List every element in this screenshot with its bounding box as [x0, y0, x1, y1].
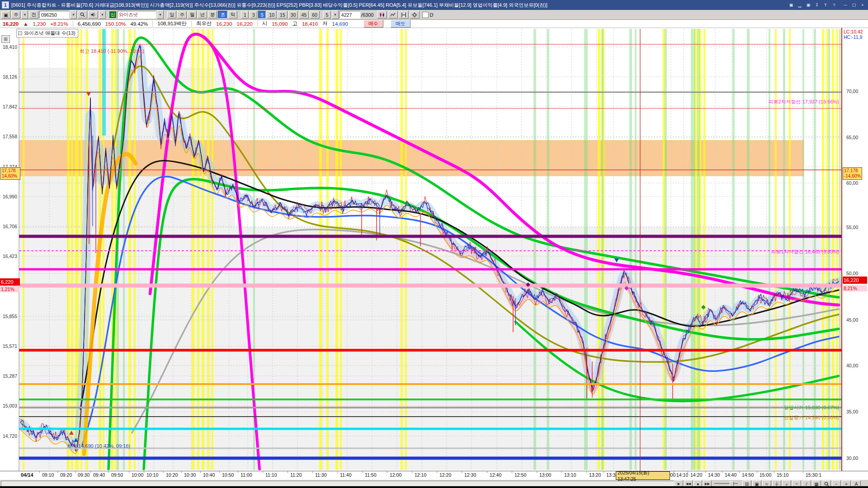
d-checkbox[interactable]	[422, 12, 429, 18]
new-stock-badge: 신	[109, 11, 116, 18]
time-tick	[39, 471, 40, 473]
bar-count-input[interactable]: 4227	[340, 11, 360, 19]
green-highlight-stripe	[635, 29, 637, 470]
restore-button[interactable]: ▢	[850, 2, 858, 8]
stock-code-input[interactable]: 096250	[39, 11, 69, 19]
week-combo[interactable]: 주	[11, 11, 21, 19]
window-mode-button[interactable]: ▣	[1, 11, 10, 19]
info-value-7: 49.42%	[130, 21, 148, 27]
time-tick	[181, 471, 182, 473]
yellow-highlight-stripe	[23, 29, 24, 470]
info-value-0: 16,220	[3, 21, 19, 27]
help-icon[interactable]: ?	[830, 2, 838, 8]
period-button-2[interactable]: 월	[188, 11, 197, 19]
time-label: 10:10	[146, 472, 158, 478]
chart-annotation-0: 최고 18,410 (-11.90%, 10:01)	[80, 48, 144, 55]
cascade-icon[interactable]: ▣	[788, 2, 795, 8]
time-tick	[219, 471, 220, 473]
interval-button-2[interactable]: 5	[258, 11, 266, 19]
interval-button-4[interactable]: 15	[278, 11, 288, 19]
search-button[interactable]	[78, 11, 87, 19]
time-tick	[163, 471, 164, 473]
minimize-button[interactable]: ─	[842, 2, 849, 8]
left-axis-price-label: 15,571	[1, 343, 17, 349]
info-value-18: 18,410	[302, 21, 318, 27]
sound-button[interactable]	[88, 11, 98, 19]
time-label: 11:00	[241, 472, 252, 478]
settings-button[interactable]	[410, 11, 420, 19]
time-tick	[90, 471, 91, 473]
series-ma-blue	[82, 177, 839, 445]
tri-up-marker	[74, 438, 78, 442]
time-label: 11:50	[365, 472, 377, 478]
interval-button-3[interactable]: 10	[267, 11, 277, 19]
period-button-4[interactable]: 분	[208, 11, 217, 19]
time-tick	[774, 471, 774, 473]
number-combo-arrow[interactable]: ▼	[332, 10, 339, 19]
sound-dropdown-arrow[interactable]: ▼	[99, 10, 106, 19]
grid-icon[interactable]: ⊞	[1, 35, 10, 43]
left-axis-price-label: 16,706	[1, 224, 17, 229]
period-button-1[interactable]: 주	[177, 11, 187, 19]
interval-button-0[interactable]: 1	[241, 11, 249, 19]
number-combo[interactable]: 5	[323, 11, 331, 19]
close-button[interactable]: ×	[859, 2, 866, 8]
window-copy-icon[interactable]: ▣	[805, 2, 812, 8]
period-button-5[interactable]: 초	[218, 11, 227, 19]
time-tick	[387, 471, 387, 473]
candle-style-button[interactable]	[377, 11, 387, 19]
chart-area[interactable]: 와이즈넛 매물대 수(13) ⊞ 18,41018,12617,84217,55…	[0, 28, 868, 471]
yellow-highlight-stripe	[75, 29, 79, 470]
indicator-label[interactable]: 와이즈넛 매물대 수(13)	[16, 29, 78, 38]
pin-icon[interactable]: ↧	[813, 2, 821, 8]
green-highlight-stripe	[665, 29, 667, 470]
series-orange-streak	[84, 154, 136, 454]
gear-icon	[412, 12, 417, 18]
text-tool-icon[interactable]: T	[822, 2, 829, 8]
time-tick	[108, 471, 109, 473]
period-button-6[interactable]: 틱	[228, 11, 238, 19]
buy-button[interactable]: 매수	[363, 20, 383, 28]
interval-button-6[interactable]: 45	[299, 11, 309, 19]
underline-icon[interactable]: ▁	[796, 2, 803, 8]
time-tick	[238, 471, 238, 473]
line-style-button[interactable]	[388, 11, 398, 19]
interval-button-7[interactable]: 60	[310, 11, 320, 19]
yellow-highlight-stripe	[197, 29, 199, 470]
vi-percent: -14,60%	[844, 174, 861, 179]
green-highlight-stripe	[533, 29, 536, 470]
left-axis-price-label: 17,842	[1, 104, 17, 109]
time-label: 10:30	[184, 472, 196, 478]
interval-button-5[interactable]: 30	[288, 11, 298, 19]
time-label: 09:50	[111, 472, 123, 478]
week-combo-arrow[interactable]: ▼	[21, 10, 28, 19]
name-dropdown-arrow[interactable]: ▼	[157, 10, 164, 19]
time-label: 14:20	[690, 472, 702, 478]
magnifier-icon	[824, 482, 829, 487]
background-shade	[235, 227, 842, 470]
time-tick	[757, 471, 757, 473]
green-highlight-stripe	[584, 29, 588, 470]
period-button-0[interactable]: 일	[167, 11, 177, 19]
code-dropdown-arrow[interactable]: ▼	[70, 10, 77, 19]
time-label: 13:10	[564, 472, 576, 478]
interval-button-1[interactable]: 3	[250, 11, 257, 19]
series-price-blue	[20, 45, 839, 451]
info-separator	[191, 21, 192, 27]
background-shade	[19, 68, 235, 470]
period-button-3[interactable]: 년	[198, 11, 207, 19]
yellow-highlight-stripe	[212, 29, 213, 470]
time-label: 12:20	[439, 472, 451, 478]
prev-stock-button[interactable]: 전	[29, 11, 38, 19]
save-button[interactable]	[399, 11, 409, 19]
sell-button[interactable]: 매도	[391, 20, 410, 28]
series-green-low2	[515, 322, 839, 401]
series-band-blue	[20, 48, 839, 446]
series-magenta-envelope	[150, 34, 839, 305]
time-tick	[362, 471, 363, 473]
collapse-icon[interactable]	[18, 31, 22, 35]
stock-name-combo[interactable]: 와이즈넛	[117, 11, 156, 19]
green-highlight-stripe	[747, 29, 750, 470]
yellow-highlight-stripe	[326, 29, 329, 470]
yellow-highlight-stripe	[340, 29, 342, 470]
